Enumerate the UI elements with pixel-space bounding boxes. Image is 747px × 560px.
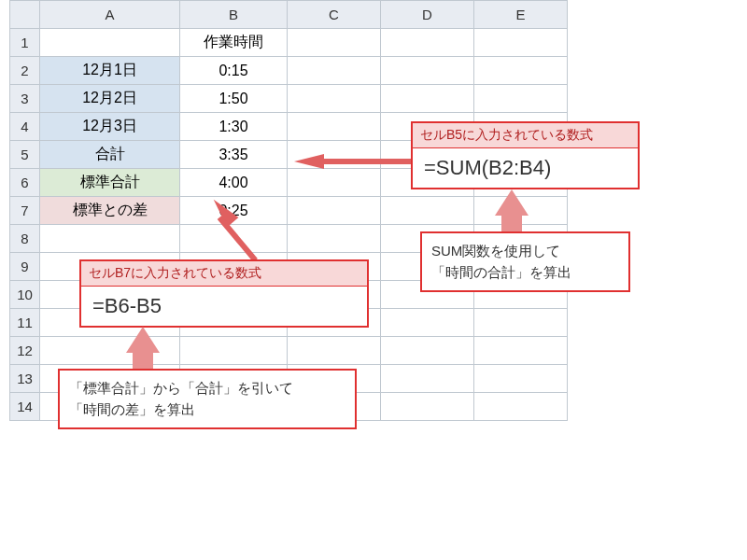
row-header-14[interactable]: 14 <box>10 393 40 421</box>
cell-D3[interactable] <box>381 85 474 113</box>
cell-B2[interactable]: 0:15 <box>180 57 288 85</box>
row-header-13[interactable]: 13 <box>10 365 40 393</box>
cell-D1[interactable] <box>381 29 474 57</box>
select-all-corner[interactable] <box>10 1 40 29</box>
callout-b7: セルB7に入力されている数式 =B6-B5 <box>79 259 369 328</box>
callout-b7-note: 「標準合計」から「合計」を引いて 「時間の差」を算出 <box>58 369 357 429</box>
cell-C8[interactable] <box>288 225 381 253</box>
spreadsheet-grid[interactable]: A B C D E 1 作業時間 2 12月1日 0:15 3 12月2日 1:… <box>9 0 568 421</box>
arrow-up-shaft-2 <box>133 350 153 369</box>
cell-E2[interactable] <box>474 57 568 85</box>
row-header-7[interactable]: 7 <box>10 197 40 225</box>
cell-C4[interactable] <box>288 113 381 141</box>
callout-b7-note-l2: 「時間の差」を算出 <box>69 401 195 417</box>
cell-B6[interactable]: 4:00 <box>180 169 288 197</box>
row-header-4[interactable]: 4 <box>10 113 40 141</box>
col-header-B[interactable]: B <box>180 1 288 29</box>
cell-B3[interactable]: 1:50 <box>180 85 288 113</box>
cell-D12[interactable] <box>381 337 474 365</box>
cell-C1[interactable] <box>288 29 381 57</box>
arrow-up-icon <box>495 189 529 216</box>
arrow-up-shaft <box>501 213 522 231</box>
cell-A6[interactable]: 標準合計 <box>40 169 180 197</box>
row-header-6[interactable]: 6 <box>10 169 40 197</box>
cell-C2[interactable] <box>288 57 381 85</box>
cell-B1[interactable]: 作業時間 <box>180 29 288 57</box>
callout-b5-formula: =SUM(B2:B4) <box>413 148 638 188</box>
col-header-A[interactable]: A <box>40 1 180 29</box>
cell-A7[interactable]: 標準との差 <box>40 197 180 225</box>
arrow-left-icon <box>294 154 324 169</box>
cell-E13[interactable] <box>474 365 568 393</box>
callout-b5: セルB5に入力されている数式 =SUM(B2:B4) <box>411 121 640 189</box>
cell-E1[interactable] <box>474 29 568 57</box>
row-header-1[interactable]: 1 <box>10 29 40 57</box>
callout-b5-note: SUM関数を使用して 「時間の合計」を算出 <box>420 231 630 292</box>
row-header-10[interactable]: 10 <box>10 281 40 309</box>
callout-b7-note-l1: 「標準合計」から「合計」を引いて <box>69 380 293 396</box>
cell-D14[interactable] <box>381 393 474 421</box>
callout-b5-note-l1: SUM関数を使用して <box>431 243 560 259</box>
cell-A5[interactable]: 合計 <box>40 141 180 169</box>
row-header-12[interactable]: 12 <box>10 337 40 365</box>
callout-b7-header: セルB7に入力されている数式 <box>81 261 367 287</box>
col-header-E[interactable]: E <box>474 1 568 29</box>
cell-E12[interactable] <box>474 337 568 365</box>
cell-B5[interactable]: 3:35 <box>180 141 288 169</box>
cell-A8[interactable] <box>40 225 180 253</box>
cell-E14[interactable] <box>474 393 568 421</box>
cell-E11[interactable] <box>474 309 568 337</box>
cell-A2[interactable]: 12月1日 <box>40 57 180 85</box>
cell-D2[interactable] <box>381 57 474 85</box>
cell-A4[interactable]: 12月3日 <box>40 113 180 141</box>
row-header-3[interactable]: 3 <box>10 85 40 113</box>
row-header-8[interactable]: 8 <box>10 225 40 253</box>
row-header-9[interactable]: 9 <box>10 253 40 281</box>
callout-b5-note-l2: 「時間の合計」を算出 <box>431 264 571 280</box>
cell-C12[interactable] <box>288 337 381 365</box>
cell-C3[interactable] <box>288 85 381 113</box>
callout-b7-formula: =B6-B5 <box>81 287 367 326</box>
arrow-shaft <box>322 159 411 164</box>
row-header-2[interactable]: 2 <box>10 57 40 85</box>
cell-C7[interactable] <box>288 197 381 225</box>
arrow-up-icon-2 <box>126 327 160 353</box>
cell-D13[interactable] <box>381 365 474 393</box>
cell-E3[interactable] <box>474 85 568 113</box>
callout-b5-header: セルB5に入力されている数式 <box>413 123 638 148</box>
col-header-C[interactable]: C <box>288 1 381 29</box>
cell-D11[interactable] <box>381 309 474 337</box>
cell-D7[interactable] <box>381 197 474 225</box>
cell-C6[interactable] <box>288 169 381 197</box>
row-header-5[interactable]: 5 <box>10 141 40 169</box>
cell-A1[interactable] <box>40 29 180 57</box>
cell-B4[interactable]: 1:30 <box>180 113 288 141</box>
cell-B12[interactable] <box>180 337 288 365</box>
col-header-D[interactable]: D <box>381 1 474 29</box>
cell-A3[interactable]: 12月2日 <box>40 85 180 113</box>
row-header-11[interactable]: 11 <box>10 309 40 337</box>
